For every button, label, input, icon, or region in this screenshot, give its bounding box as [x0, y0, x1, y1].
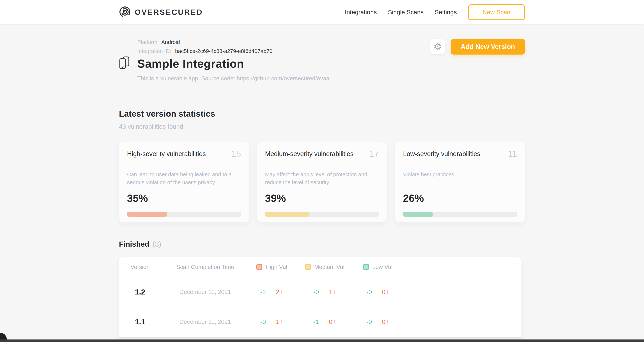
value-divider: | — [323, 289, 325, 295]
low-progress-fill — [403, 212, 433, 217]
high-progress-bar — [127, 212, 241, 217]
low-added: 0+ — [382, 288, 389, 296]
card-count: 15 — [232, 149, 241, 158]
high-severity-card: High-severity vulnerabilities 15 Can lea… — [119, 141, 249, 222]
high-vul-legend-swatch — [256, 264, 262, 270]
card-title: Medium-severity vulnerabilities — [265, 150, 354, 158]
severity-cards: High-severity vulnerabilities 15 Can lea… — [119, 141, 525, 222]
nav-link-settings[interactable]: Settings — [435, 9, 457, 16]
table-row-version-1-1[interactable]: 1.1 December 11, 2021 -0 | 1+ -1 | 0+ -0… — [119, 307, 522, 337]
column-header-medium-vul: Medium Vul — [314, 264, 344, 270]
vulnerabilities-found-count: 43 vulnerabilities found — [119, 123, 525, 130]
brand-name: OVERSECURED — [135, 8, 203, 17]
high-removed: -2 — [260, 288, 266, 296]
medium-added: 0+ — [329, 318, 336, 325]
table-row-version-1-2[interactable]: 1.2 December 11, 2021 -2 | 2+ -0 | 1+ -0… — [119, 277, 522, 307]
finished-scans-table: Version Scan Completion Time High Vul Me… — [119, 257, 522, 342]
integration-id-label: Integration ID: — [137, 48, 171, 54]
low-progress-bar — [403, 212, 517, 217]
integration-settings-button[interactable]: ⚙ — [430, 39, 445, 54]
low-added: 0+ — [382, 318, 389, 325]
version-value: 1.1 — [119, 318, 161, 326]
low-severity-card: Low-severity vulnerabilities 11 Violate … — [395, 141, 525, 222]
card-count: 17 — [370, 149, 379, 158]
add-new-version-button[interactable]: Add New Version — [451, 39, 525, 55]
value-divider: | — [376, 289, 378, 295]
nav-link-single-scans[interactable]: Single Scans — [388, 9, 424, 16]
card-percent: 26% — [403, 192, 424, 204]
card-title: High-severity vulnerabilities — [127, 150, 206, 158]
integration-header: Platform Android Integration ID: bac5ffc… — [119, 39, 525, 82]
card-count: 11 — [508, 149, 517, 158]
platform-label: Platform — [137, 39, 158, 45]
new-scan-button[interactable]: New Scan — [468, 4, 525, 20]
high-added: 2+ — [276, 288, 283, 296]
high-added: 1+ — [276, 318, 283, 325]
medium-removed: -1 — [314, 318, 319, 325]
gear-icon: ⚙ — [434, 42, 442, 51]
top-navbar: OVERSECURED Integrations Single Scans Se… — [0, 0, 644, 24]
high-progress-fill — [127, 212, 167, 217]
low-removed: -0 — [366, 318, 372, 325]
page-title: Sample Integration — [137, 57, 329, 70]
finished-heading: Finished — [119, 240, 149, 248]
mobile-phone-icon — [119, 56, 130, 82]
footer-edge — [0, 339, 644, 342]
brand-home-link[interactable]: OVERSECURED — [119, 6, 203, 19]
column-header-low-vul: Low Vul — [372, 264, 392, 270]
value-divider: | — [323, 319, 325, 325]
low-vul-legend-swatch — [363, 264, 369, 270]
column-header-scan-time: Scan Completion Time — [161, 264, 249, 270]
value-divider: | — [376, 319, 378, 325]
card-description: Can lead to user data being leaked and t… — [127, 170, 236, 186]
medium-added: 1+ — [329, 288, 336, 296]
integration-id-value: bac5ffce-2c69-4c83-a279-e8f6d407ab70 — [175, 48, 272, 54]
stats-heading: Latest version statistics — [119, 109, 525, 119]
high-removed: -0 — [260, 318, 266, 325]
column-header-version: Version — [119, 264, 161, 270]
card-title: Low-severity vulnerabilities — [403, 150, 480, 158]
low-removed: -0 — [366, 288, 372, 296]
platform-value: Android — [161, 39, 180, 45]
oversecured-logo-icon — [119, 6, 131, 19]
scan-completion-time: December 11, 2021 — [161, 288, 249, 295]
column-header-high-vul: High Vul — [266, 264, 287, 270]
integration-description: This is a vulnerable app. Source code: h… — [137, 75, 329, 82]
card-description: Violate best practices — [403, 170, 512, 178]
card-percent: 35% — [127, 192, 148, 204]
table-header-row: Version Scan Completion Time High Vul Me… — [119, 257, 522, 277]
medium-removed: -0 — [314, 288, 319, 296]
nav-link-integrations[interactable]: Integrations — [345, 9, 377, 16]
medium-progress-fill — [265, 212, 310, 217]
card-description: May affect the app's level of protection… — [265, 170, 374, 186]
value-divider: | — [270, 289, 272, 295]
medium-progress-bar — [265, 212, 379, 217]
finished-count: (3) — [152, 240, 161, 248]
version-value: 1.2 — [119, 288, 161, 296]
scan-completion-time: December 11, 2021 — [161, 318, 249, 325]
medium-vul-legend-swatch — [305, 264, 311, 270]
card-percent: 39% — [265, 192, 286, 204]
medium-severity-card: Medium-severity vulnerabilities 17 May a… — [257, 141, 387, 222]
value-divider: | — [270, 319, 272, 325]
